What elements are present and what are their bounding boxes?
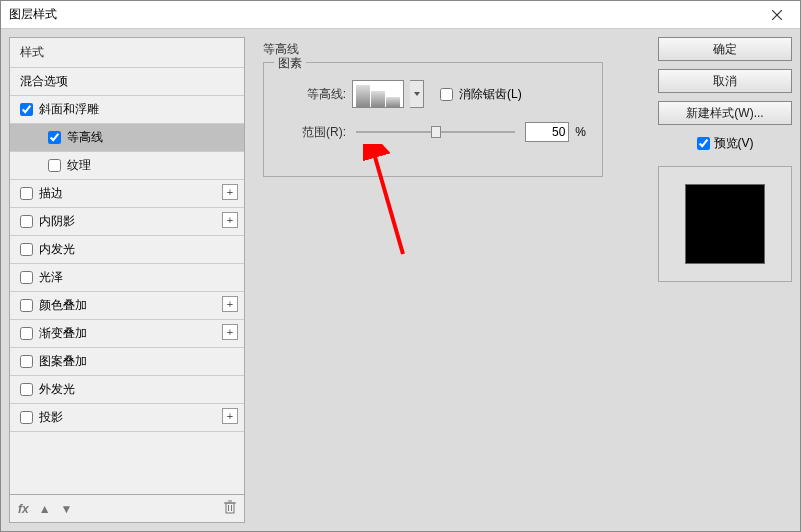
- style-pattern-overlay[interactable]: 图案叠加: [10, 348, 244, 376]
- arrow-up-icon[interactable]: ▲: [39, 502, 51, 516]
- styles-sidebar: 样式 混合选项 斜面和浮雕 等高线 纹理 描边: [9, 37, 245, 523]
- new-style-label: 新建样式(W)...: [686, 105, 763, 122]
- style-blend-options[interactable]: 混合选项: [10, 68, 244, 96]
- gradient-overlay-checkbox[interactable]: [20, 327, 33, 340]
- style-outer-glow[interactable]: 外发光: [10, 376, 244, 404]
- right-column: 确定 取消 新建样式(W)... 预览(V): [658, 37, 792, 523]
- arrow-down-icon[interactable]: ▼: [61, 502, 73, 516]
- style-label: 纹理: [67, 157, 91, 174]
- styles-header: 样式: [10, 38, 244, 68]
- cancel-button[interactable]: 取消: [658, 69, 792, 93]
- range-row: 范围(R): %: [280, 122, 586, 142]
- style-contour[interactable]: 等高线: [10, 124, 244, 152]
- range-label: 范围(R):: [280, 124, 346, 141]
- pattern-overlay-checkbox[interactable]: [20, 355, 33, 368]
- satin-checkbox[interactable]: [20, 271, 33, 284]
- style-texture[interactable]: 纹理: [10, 152, 244, 180]
- style-inner-glow[interactable]: 内发光: [10, 236, 244, 264]
- style-label: 内发光: [39, 241, 75, 258]
- style-label: 等高线: [67, 129, 103, 146]
- outer-glow-checkbox[interactable]: [20, 383, 33, 396]
- cancel-label: 取消: [713, 73, 737, 90]
- add-icon[interactable]: +: [222, 184, 238, 200]
- elements-fieldset: 图素 等高线: 消除锯齿(L) 范围(R):: [263, 62, 603, 177]
- style-gradient-overlay[interactable]: 渐变叠加 +: [10, 320, 244, 348]
- stroke-checkbox[interactable]: [20, 187, 33, 200]
- close-icon: [772, 10, 782, 20]
- color-overlay-checkbox[interactable]: [20, 299, 33, 312]
- trash-icon[interactable]: [224, 500, 236, 517]
- style-label: 外发光: [39, 381, 75, 398]
- style-inner-shadow[interactable]: 内阴影 +: [10, 208, 244, 236]
- style-label: 混合选项: [20, 73, 68, 90]
- style-drop-shadow[interactable]: 投影 +: [10, 404, 244, 432]
- add-icon[interactable]: +: [222, 212, 238, 228]
- style-label: 渐变叠加: [39, 325, 87, 342]
- style-label: 斜面和浮雕: [39, 101, 99, 118]
- preview-checkbox[interactable]: [697, 137, 710, 150]
- add-icon[interactable]: +: [222, 296, 238, 312]
- contour-dropdown[interactable]: [410, 80, 424, 108]
- ok-button[interactable]: 确定: [658, 37, 792, 61]
- window-title: 图层样式: [9, 6, 57, 23]
- group-title: 等高线: [263, 41, 640, 58]
- preview-swatch: [685, 184, 765, 264]
- style-color-overlay[interactable]: 颜色叠加 +: [10, 292, 244, 320]
- dialog-body: 样式 混合选项 斜面和浮雕 等高线 纹理 描边: [1, 29, 800, 531]
- antialias-checkbox[interactable]: [440, 88, 453, 101]
- contour-label: 等高线:: [280, 86, 346, 103]
- style-list: 样式 混合选项 斜面和浮雕 等高线 纹理 描边: [10, 38, 244, 494]
- fx-label[interactable]: fx: [18, 502, 29, 516]
- preview-toggle[interactable]: 预览(V): [658, 135, 792, 152]
- bevel-checkbox[interactable]: [20, 103, 33, 116]
- range-input[interactable]: [525, 122, 569, 142]
- style-label: 描边: [39, 185, 63, 202]
- svg-rect-2: [226, 503, 234, 513]
- drop-shadow-checkbox[interactable]: [20, 411, 33, 424]
- main-panel: 等高线 图素 等高线: 消除锯齿(L): [253, 37, 650, 523]
- preview-label: 预览(V): [714, 135, 754, 152]
- ok-label: 确定: [713, 41, 737, 58]
- new-style-button[interactable]: 新建样式(W)...: [658, 101, 792, 125]
- inner-shadow-checkbox[interactable]: [20, 215, 33, 228]
- style-label: 颜色叠加: [39, 297, 87, 314]
- style-label: 图案叠加: [39, 353, 87, 370]
- contour-row: 等高线: 消除锯齿(L): [280, 80, 586, 108]
- style-satin[interactable]: 光泽: [10, 264, 244, 292]
- titlebar: 图层样式: [1, 1, 800, 29]
- inner-glow-checkbox[interactable]: [20, 243, 33, 256]
- contour-checkbox[interactable]: [48, 131, 61, 144]
- preview-box: [658, 166, 792, 282]
- style-bevel-emboss[interactable]: 斜面和浮雕: [10, 96, 244, 124]
- style-label: 光泽: [39, 269, 63, 286]
- style-label: 投影: [39, 409, 63, 426]
- add-icon[interactable]: +: [222, 324, 238, 340]
- fieldset-legend: 图素: [274, 55, 306, 72]
- style-stroke[interactable]: 描边 +: [10, 180, 244, 208]
- close-button[interactable]: [762, 3, 792, 27]
- layer-style-dialog: 图层样式 样式 混合选项 斜面和浮雕 等高线: [0, 0, 801, 532]
- contour-picker[interactable]: [352, 80, 404, 108]
- style-label: 内阴影: [39, 213, 75, 230]
- add-icon[interactable]: +: [222, 408, 238, 424]
- antialias-label: 消除锯齿(L): [459, 86, 522, 103]
- texture-checkbox[interactable]: [48, 159, 61, 172]
- range-slider[interactable]: [356, 125, 515, 139]
- sidebar-footer: fx ▲ ▼: [10, 494, 244, 522]
- percent-label: %: [575, 125, 586, 139]
